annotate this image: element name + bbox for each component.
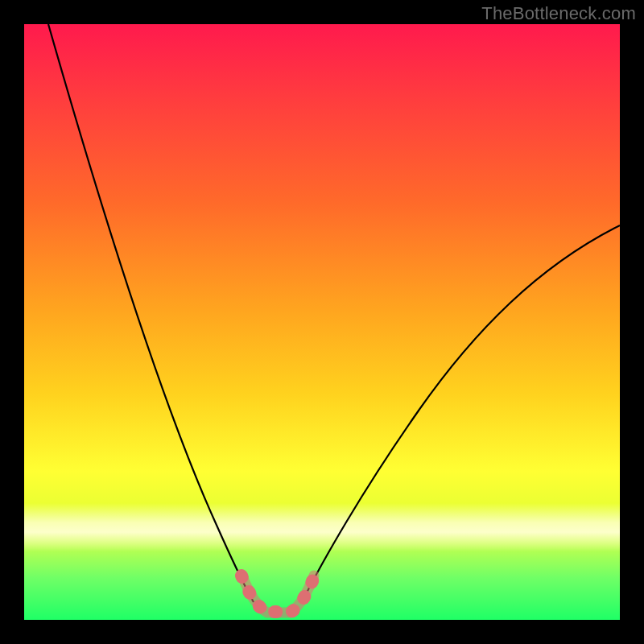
watermark-text: TheBottleneck.com [481, 3, 636, 24]
salmon-valley [242, 573, 316, 612]
curve-layer [24, 24, 620, 620]
plot-area [24, 24, 620, 620]
curve-right [302, 225, 620, 602]
highlight-band [24, 503, 620, 551]
salmon-valley-fill [243, 576, 314, 613]
curve-left [48, 24, 254, 602]
chart-stage: TheBottleneck.com [0, 0, 644, 644]
